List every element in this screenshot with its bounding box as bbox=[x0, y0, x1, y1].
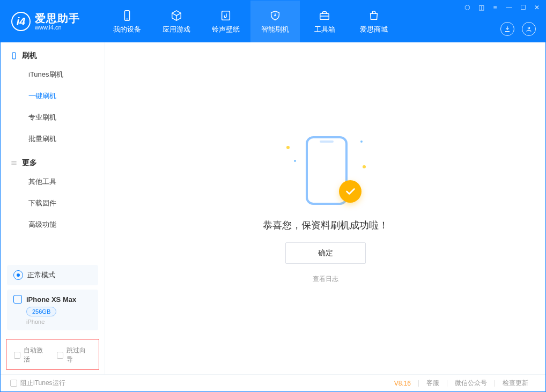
sparkle-icon bbox=[286, 146, 290, 149]
status-bar: 阻止iTunes运行 V8.16 客服 微信公众号 检查更新 bbox=[1, 374, 545, 391]
logo-icon: i4 bbox=[11, 12, 31, 31]
account-controls bbox=[500, 22, 536, 36]
sidebar-item-batch-flash[interactable]: 批量刷机 bbox=[1, 128, 105, 150]
checkbox-label: 阻止iTunes运行 bbox=[20, 379, 65, 388]
footer-link-check-update[interactable]: 检查更新 bbox=[495, 379, 536, 388]
menu-icon[interactable]: ≡ bbox=[491, 4, 499, 11]
nav-label: 铃声壁纸 bbox=[212, 25, 240, 34]
mode-label: 正常模式 bbox=[27, 270, 55, 280]
sparkle-icon bbox=[363, 165, 366, 168]
sidebar-item-one-click-flash[interactable]: 一键刷机 bbox=[1, 85, 105, 107]
nav-my-device[interactable]: 我的设备 bbox=[102, 1, 152, 42]
success-illustration bbox=[285, 133, 366, 208]
device-capacity-badge: 256GB bbox=[26, 307, 56, 316]
checkbox-block-itunes[interactable]: 阻止iTunes运行 bbox=[10, 379, 65, 388]
sidebar-item-itunes-flash[interactable]: iTunes刷机 bbox=[1, 64, 105, 85]
nav-label: 智能刷机 bbox=[261, 25, 289, 34]
checkbox-label: 跳过向导 bbox=[67, 346, 91, 364]
checkbox-auto-activate[interactable]: 自动激活 bbox=[14, 346, 48, 364]
nav-label: 爱思商城 bbox=[360, 25, 388, 34]
user-icon[interactable] bbox=[522, 22, 536, 36]
svg-rect-2 bbox=[222, 11, 230, 20]
mode-indicator-icon bbox=[13, 270, 23, 280]
section-title: 更多 bbox=[22, 158, 37, 168]
sidebar-section-more: 更多 bbox=[1, 150, 105, 171]
svg-rect-5 bbox=[12, 53, 16, 59]
device-mode-card[interactable]: 正常模式 bbox=[7, 265, 98, 285]
app-name-cn: 爱思助手 bbox=[35, 12, 80, 24]
toolbox-icon bbox=[318, 9, 331, 23]
footer-left: 阻止iTunes运行 bbox=[10, 379, 65, 388]
bag-icon bbox=[367, 9, 381, 23]
device-name: iPhone XS Max bbox=[26, 295, 76, 304]
checkbox-icon bbox=[14, 352, 20, 359]
main-content: 恭喜您，保资料刷机成功啦！ 确定 查看日志 bbox=[105, 42, 545, 374]
section-title: 刷机 bbox=[22, 51, 37, 61]
device-icon bbox=[120, 9, 134, 23]
music-icon bbox=[219, 9, 233, 23]
sidebar: 刷机 iTunes刷机 一键刷机 专业刷机 批量刷机 更多 其他工具 下载固件 … bbox=[1, 42, 105, 374]
svg-rect-3 bbox=[320, 13, 329, 19]
skin-icon[interactable]: ◫ bbox=[477, 4, 485, 11]
checkbox-icon bbox=[10, 380, 17, 387]
sidebar-item-advanced[interactable]: 高级功能 bbox=[1, 214, 105, 235]
list-icon bbox=[10, 159, 18, 167]
sidebar-item-other-tools[interactable]: 其他工具 bbox=[1, 171, 105, 193]
window-controls: ⬡ ◫ ≡ ― ☐ ✕ bbox=[463, 4, 541, 11]
nav-tabs: 我的设备 应用游戏 铃声壁纸 智能刷机 bbox=[102, 1, 399, 42]
app-window: i4 爱思助手 www.i4.cn 我的设备 应用游戏 bbox=[0, 0, 546, 392]
device-icon bbox=[13, 295, 22, 304]
nav-label: 应用游戏 bbox=[163, 25, 190, 34]
device-card[interactable]: iPhone XS Max 256GB iPhone bbox=[7, 290, 98, 330]
device-name-row: iPhone XS Max bbox=[13, 295, 92, 304]
shield-icon bbox=[268, 9, 282, 23]
sidebar-item-download-firmware[interactable]: 下载固件 bbox=[1, 193, 105, 214]
view-log-link[interactable]: 查看日志 bbox=[313, 275, 338, 284]
nav-ringtone-wallpaper[interactable]: 铃声壁纸 bbox=[201, 1, 250, 42]
nav-toolbox[interactable]: 工具箱 bbox=[300, 1, 349, 42]
nav-store[interactable]: 爱思商城 bbox=[349, 1, 399, 42]
sidebar-item-pro-flash[interactable]: 专业刷机 bbox=[1, 107, 105, 128]
sparkle-icon bbox=[294, 160, 296, 162]
titlebar: i4 爱思助手 www.i4.cn 我的设备 应用游戏 bbox=[1, 1, 545, 42]
footer-link-wechat[interactable]: 微信公众号 bbox=[447, 379, 495, 388]
sidebar-section-flash: 刷机 bbox=[1, 42, 105, 64]
nav-apps-games[interactable]: 应用游戏 bbox=[152, 1, 201, 42]
device-type: iPhone bbox=[26, 319, 92, 325]
footer-link-support[interactable]: 客服 bbox=[419, 379, 447, 388]
cube-icon bbox=[169, 9, 183, 23]
nav-smart-flash[interactable]: 智能刷机 bbox=[250, 1, 300, 42]
checkbox-icon bbox=[57, 352, 63, 359]
success-badge-icon bbox=[339, 180, 361, 203]
download-icon[interactable] bbox=[500, 22, 514, 36]
nav-label: 工具箱 bbox=[314, 25, 335, 34]
version-label: V8.16 bbox=[387, 380, 418, 387]
success-message: 恭喜您，保资料刷机成功啦！ bbox=[263, 219, 388, 232]
sparkle-icon bbox=[360, 140, 363, 143]
checkbox-skip-guide[interactable]: 跳过向导 bbox=[57, 346, 91, 364]
footer-right: V8.16 客服 微信公众号 检查更新 bbox=[387, 379, 536, 388]
ok-button[interactable]: 确定 bbox=[285, 242, 366, 264]
app-name-en: www.i4.cn bbox=[35, 24, 80, 31]
checkbox-label: 自动激活 bbox=[24, 346, 48, 364]
logo: i4 爱思助手 www.i4.cn bbox=[11, 12, 102, 31]
nav-label: 我的设备 bbox=[113, 25, 141, 34]
body: 刷机 iTunes刷机 一键刷机 专业刷机 批量刷机 更多 其他工具 下载固件 … bbox=[1, 42, 545, 374]
maximize-button[interactable]: ☐ bbox=[519, 4, 527, 11]
feedback-icon[interactable]: ⬡ bbox=[463, 4, 471, 11]
logo-text: 爱思助手 www.i4.cn bbox=[35, 12, 80, 31]
close-button[interactable]: ✕ bbox=[533, 4, 541, 11]
minimize-button[interactable]: ― bbox=[505, 4, 513, 11]
flash-options-box: 自动激活 跳过向导 bbox=[6, 339, 99, 370]
svg-point-4 bbox=[528, 27, 530, 29]
phone-icon bbox=[10, 52, 18, 60]
